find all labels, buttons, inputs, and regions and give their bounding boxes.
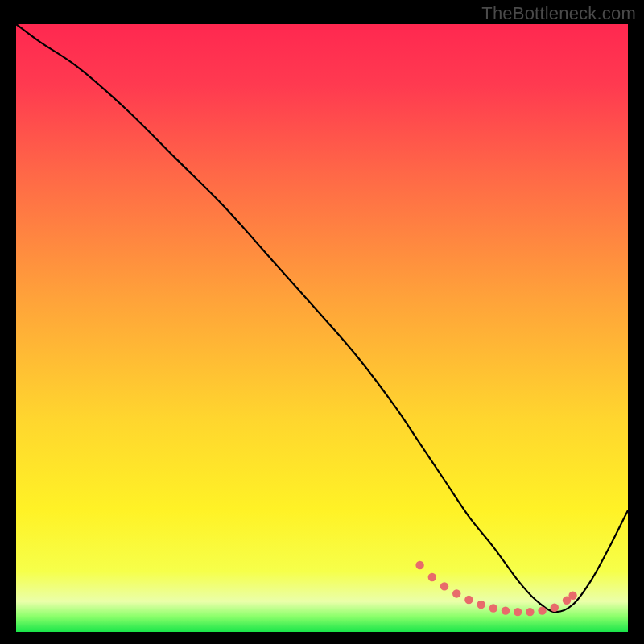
- highlight-dot: [464, 596, 473, 604]
- chart-canvas: TheBottleneck.com: [0, 0, 644, 644]
- highlight-dot: [502, 606, 510, 614]
- highlight-dot: [452, 589, 460, 597]
- highlight-dot: [568, 592, 576, 600]
- highlight-dot: [440, 582, 448, 590]
- highlight-dot: [538, 606, 546, 614]
- highlight-dot: [526, 608, 534, 616]
- highlight-dot: [415, 561, 423, 569]
- highlight-dot: [551, 604, 559, 612]
- highlight-dot: [514, 608, 522, 616]
- highlight-dot: [477, 601, 485, 609]
- highlight-dot: [428, 573, 436, 581]
- gradient-background: [16, 24, 628, 632]
- highlight-dot: [489, 604, 497, 612]
- bottleneck-plot: [0, 0, 644, 644]
